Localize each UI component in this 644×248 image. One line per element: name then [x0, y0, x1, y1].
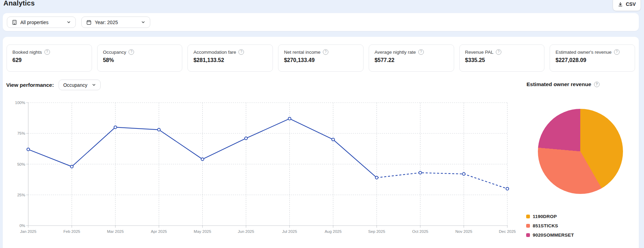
- kpi-card-occupancy: Occupancy 58%: [97, 44, 183, 72]
- filter-bar: All properties Year: 2025: [3, 13, 639, 31]
- help-icon[interactable]: [614, 49, 620, 55]
- kpi-value: $270,133.49: [284, 57, 358, 63]
- view-performance-label: View performance:: [6, 82, 54, 88]
- svg-text:25%: 25%: [17, 193, 25, 197]
- legend-label: 851STICKS: [533, 223, 558, 228]
- property-filter-dropdown[interactable]: All properties: [7, 17, 76, 28]
- kpi-card-average-nightly-rate: Average nightly rate $577.22: [369, 44, 454, 72]
- kpi-label: Accommodation fare: [193, 50, 236, 55]
- help-icon[interactable]: [44, 49, 50, 55]
- performance-metric-dropdown[interactable]: Occupancy: [59, 80, 101, 90]
- calendar-icon: [86, 20, 92, 25]
- property-filter-value: All properties: [20, 20, 63, 25]
- csv-button-label: CSV: [626, 1, 636, 7]
- legend-item[interactable]: 851STICKS: [526, 223, 574, 228]
- legend-label: 1190DROP: [533, 214, 557, 219]
- svg-text:Feb 2025: Feb 2025: [63, 229, 80, 234]
- occupancy-line-chart[interactable]: 0%25%50%75%100%Jan 2025Feb 2025Mar 2025A…: [10, 101, 517, 238]
- help-icon[interactable]: [594, 82, 600, 87]
- building-icon: [12, 20, 17, 25]
- kpi-label: Average nightly rate: [375, 50, 416, 55]
- svg-text:Mar 2025: Mar 2025: [107, 229, 124, 234]
- pie-legend: 1190DROP 851STICKS 9020SOMMERSET: [526, 214, 574, 242]
- kpi-card-booked-nights: Booked nights 629: [7, 44, 92, 72]
- help-icon[interactable]: [496, 49, 501, 55]
- legend-swatch: [526, 215, 530, 218]
- year-filter-dropdown[interactable]: Year: 2025: [81, 17, 150, 28]
- pie-chart-title: Estimated owner revenue: [527, 81, 600, 87]
- view-performance-row: View performance: Occupancy: [6, 80, 101, 90]
- svg-text:Nov 2025: Nov 2025: [455, 229, 472, 234]
- svg-text:Oct 2025: Oct 2025: [412, 229, 428, 234]
- svg-text:Dec 2025: Dec 2025: [499, 229, 516, 234]
- svg-text:May 2025: May 2025: [194, 229, 211, 234]
- svg-text:75%: 75%: [17, 131, 25, 135]
- kpi-card-net-rental-income: Net rental income $270,133.49: [278, 44, 364, 72]
- kpi-card-revenue-pal: Revenue PAL $335.25: [459, 44, 545, 72]
- svg-text:50%: 50%: [17, 162, 25, 166]
- page-title: Analytics: [3, 0, 35, 8]
- csv-download-button[interactable]: CSV: [613, 0, 641, 11]
- kpi-value: $335.25: [465, 57, 539, 63]
- download-icon: [618, 2, 623, 7]
- legend-item[interactable]: 9020SOMMERSET: [526, 232, 574, 238]
- svg-text:100%: 100%: [15, 101, 25, 105]
- performance-metric-value: Occupancy: [63, 82, 87, 88]
- kpi-value: $281,133.52: [193, 57, 267, 63]
- year-filter-value: Year: 2025: [95, 20, 138, 25]
- legend-swatch: [526, 224, 530, 228]
- svg-text:Jul 2025: Jul 2025: [282, 229, 297, 234]
- kpi-value: $227,028.09: [555, 57, 629, 63]
- svg-text:Jun 2025: Jun 2025: [238, 229, 254, 234]
- kpi-value: $577.22: [375, 57, 448, 63]
- kpi-card-row: Booked nights 629 Occupancy 58% Accommod…: [7, 44, 635, 72]
- legend-item[interactable]: 1190DROP: [526, 214, 574, 219]
- help-icon[interactable]: [323, 49, 328, 55]
- kpi-card-accommodation-fare: Accommodation fare $281,133.52: [187, 44, 273, 72]
- owner-revenue-pie-chart[interactable]: [538, 109, 623, 194]
- pie-chart-title-text: Estimated owner revenue: [527, 81, 591, 87]
- help-icon[interactable]: [129, 49, 134, 55]
- svg-text:Aug 2025: Aug 2025: [325, 229, 341, 234]
- kpi-value: 58%: [103, 57, 177, 63]
- kpi-card-estimated-owners-revenue: Estimated owner's revenue $227,028.09: [550, 44, 635, 72]
- svg-text:Sep 2025: Sep 2025: [368, 229, 385, 234]
- kpi-value: 629: [12, 57, 86, 63]
- kpi-label: Estimated owner's revenue: [555, 50, 611, 55]
- chevron-down-icon: [67, 20, 71, 24]
- svg-text:Jan 2025: Jan 2025: [20, 229, 36, 234]
- kpi-label: Occupancy: [103, 50, 126, 55]
- chevron-down-icon: [141, 20, 145, 24]
- kpi-label: Revenue PAL: [465, 50, 493, 55]
- kpi-label: Net rental income: [284, 50, 320, 55]
- help-icon[interactable]: [418, 49, 424, 55]
- legend-label: 9020SOMMERSET: [533, 232, 574, 238]
- legend-swatch: [526, 233, 530, 237]
- chevron-down-icon: [92, 83, 96, 87]
- kpi-label: Booked nights: [12, 50, 42, 55]
- svg-text:Apr 2025: Apr 2025: [151, 229, 167, 234]
- help-icon[interactable]: [238, 49, 244, 55]
- svg-text:0%: 0%: [19, 224, 25, 228]
